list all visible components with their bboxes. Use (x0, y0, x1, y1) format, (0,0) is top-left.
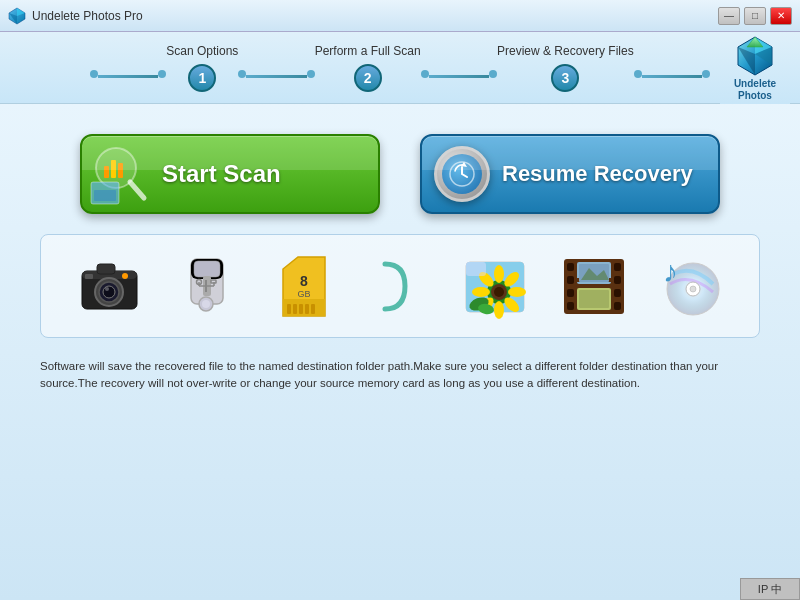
svg-point-53 (494, 301, 504, 319)
svg-point-58 (494, 287, 504, 297)
app-title: Undelete Photos Pro (32, 9, 718, 23)
svg-rect-64 (567, 276, 574, 284)
line (429, 75, 489, 78)
svg-point-49 (494, 265, 504, 283)
music-cd-icon: ♪ (655, 251, 725, 321)
svg-point-79 (690, 286, 696, 292)
svg-point-51 (508, 287, 526, 297)
magnifier-chart-icon (86, 138, 158, 210)
step-3: Preview & Recovery Files 3 (497, 44, 634, 92)
main-content: Start Scan Res (0, 104, 800, 600)
svg-point-23 (105, 287, 109, 291)
clock-svg (447, 159, 477, 189)
sdcard-svg: 8 GB (273, 254, 333, 319)
svg-rect-39 (287, 304, 291, 314)
resume-recovery-label: Resume Recovery (502, 161, 693, 187)
step-2: Perform a Full Scan 2 (315, 44, 421, 92)
photo-svg (464, 254, 529, 319)
music-svg: ♪ (658, 254, 723, 319)
stepbar: Scan Options 1 Perform a Full Scan 2 Pre… (0, 32, 800, 104)
dot (634, 70, 642, 78)
film-icon (559, 251, 629, 321)
svg-text:♪: ♪ (663, 255, 678, 288)
svg-rect-76 (579, 290, 609, 308)
svg-point-31 (202, 300, 210, 308)
svg-rect-61 (466, 262, 486, 276)
sdcard-icon: 8 GB (268, 251, 338, 321)
svg-point-55 (472, 287, 490, 297)
maximize-button[interactable]: □ (744, 7, 766, 25)
svg-rect-10 (111, 160, 116, 178)
logo-area: Undelete Photos (720, 32, 790, 104)
status-bar: IP 中 (740, 578, 800, 600)
clock-inner (442, 154, 482, 194)
svg-rect-28 (194, 261, 220, 277)
description-text: Software will save the recovered file to… (40, 358, 760, 393)
svg-rect-11 (118, 163, 123, 178)
resume-icon (422, 134, 502, 214)
status-text: IP 中 (758, 582, 782, 597)
svg-rect-41 (299, 304, 303, 314)
photo-icon (462, 251, 532, 321)
logo-text: Undelete Photos (734, 78, 776, 102)
svg-rect-66 (567, 302, 574, 310)
svg-point-24 (122, 273, 128, 279)
svg-text:8: 8 (300, 273, 308, 289)
step-2-circle: 2 (354, 64, 382, 92)
start-scan-button[interactable]: Start Scan (80, 134, 380, 214)
minimize-button[interactable]: — (718, 7, 740, 25)
app-icon (8, 7, 26, 25)
connector-right-post (634, 72, 710, 92)
step-1: Scan Options 1 (166, 44, 238, 92)
dot (489, 70, 497, 78)
dot (421, 70, 429, 78)
clock-outer (434, 146, 490, 202)
usb-drive-icon (171, 251, 241, 321)
camera-svg (77, 256, 142, 316)
svg-rect-9 (104, 166, 109, 178)
resume-recovery-button[interactable]: Resume Recovery (420, 134, 720, 214)
svg-rect-42 (305, 304, 309, 314)
connector-left-pre (90, 72, 166, 92)
svg-rect-14 (94, 190, 116, 201)
titlebar: Undelete Photos Pro — □ ✕ (0, 0, 800, 32)
line (642, 75, 702, 78)
bracket-icon (365, 251, 435, 321)
dot (90, 70, 98, 78)
camera-icon (74, 251, 144, 321)
icon-panel: 8 GB (40, 234, 760, 338)
scan-icon (82, 134, 162, 214)
film-svg (559, 254, 629, 319)
step-2-label: Perform a Full Scan (315, 44, 421, 58)
dot (238, 70, 246, 78)
svg-marker-16 (461, 162, 467, 167)
svg-rect-19 (97, 264, 115, 274)
start-scan-label: Start Scan (162, 160, 281, 188)
svg-line-12 (130, 182, 144, 198)
connector-2-3 (421, 72, 497, 92)
dot (307, 70, 315, 78)
svg-rect-67 (614, 263, 621, 271)
usb-svg (179, 254, 234, 319)
window-controls: — □ ✕ (718, 7, 792, 25)
dot (158, 70, 166, 78)
connector-1-2 (238, 72, 314, 92)
steps-container: Scan Options 1 Perform a Full Scan 2 Pre… (90, 44, 710, 92)
svg-rect-43 (311, 304, 315, 314)
step-1-label: Scan Options (166, 44, 238, 58)
svg-rect-70 (614, 302, 621, 310)
svg-point-22 (103, 286, 115, 298)
svg-rect-69 (614, 289, 621, 297)
svg-rect-25 (85, 274, 93, 279)
svg-rect-63 (567, 263, 574, 271)
svg-rect-40 (293, 304, 297, 314)
line (246, 75, 306, 78)
close-button[interactable]: ✕ (770, 7, 792, 25)
svg-text:GB: GB (298, 289, 311, 299)
line (98, 75, 158, 78)
svg-rect-68 (614, 276, 621, 284)
logo-icon (733, 34, 777, 78)
dot (702, 70, 710, 78)
step-3-label: Preview & Recovery Files (497, 44, 634, 58)
svg-rect-65 (567, 289, 574, 297)
